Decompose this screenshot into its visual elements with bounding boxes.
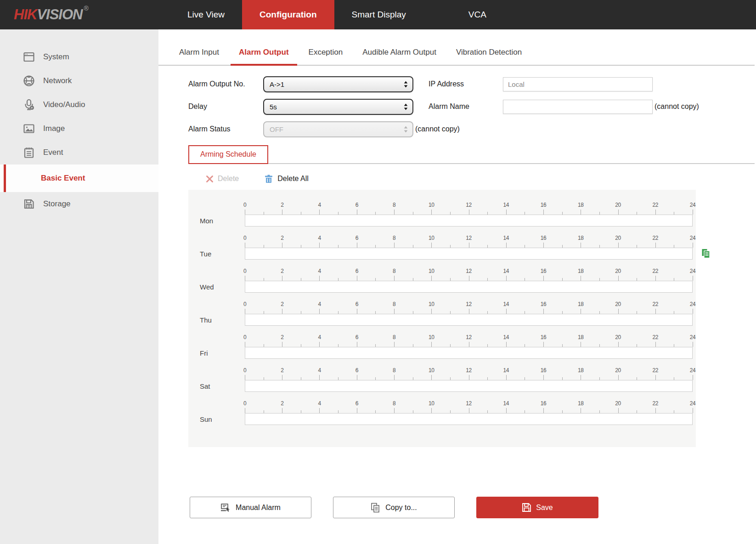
hour-tick [431, 342, 432, 347]
hour-tick [319, 375, 320, 380]
tab-alarm-output[interactable]: Alarm Output [231, 41, 297, 65]
ip-address-input[interactable] [503, 77, 653, 91]
tab-vibration-detection[interactable]: Vibration Detection [448, 41, 530, 65]
hour-tick [450, 212, 451, 215]
schedule-row-thu: Thu 024681012141618202224 [188, 300, 696, 326]
sidebar-item-event[interactable]: Event [0, 141, 158, 164]
hour-labels: 024681012141618202224 [245, 301, 693, 308]
hour-label: 24 [690, 235, 695, 241]
hour-tick [637, 212, 637, 215]
hour-tick [450, 410, 451, 413]
hour-tick [338, 344, 339, 347]
alarm-name-input[interactable] [503, 100, 653, 114]
sidebar-item-label: Storage [43, 199, 71, 209]
schedule-bar[interactable] [245, 380, 693, 392]
hour-tick [543, 309, 544, 314]
hour-label: 16 [541, 268, 546, 274]
tab-alarm-input[interactable]: Alarm Input [171, 41, 227, 65]
schedule-bar[interactable] [245, 248, 693, 260]
hour-label: 14 [503, 202, 509, 208]
hour-tick [264, 410, 264, 413]
schedule-bar[interactable] [245, 215, 693, 227]
delete-all-button[interactable]: Delete All [264, 174, 309, 183]
save-button[interactable]: Save [476, 497, 598, 518]
arming-schedule-grid: Mon 024681012141618202224 Tue 0246810121… [188, 190, 696, 447]
schedule-timeline: 024681012141618202224 [245, 235, 693, 260]
hour-tick [525, 410, 525, 413]
delete-all-label: Delete All [277, 175, 309, 183]
hour-label: 0 [243, 235, 246, 241]
schedule-bar[interactable] [245, 281, 693, 293]
hour-tick [655, 408, 656, 413]
hour-tick [394, 276, 395, 281]
delay-select[interactable]: 5s [263, 99, 413, 115]
hour-tick [562, 311, 563, 314]
schedule-row-fri: Fri 024681012141618202224 [188, 334, 696, 359]
sidebar-item-storage[interactable]: Storage [0, 192, 158, 216]
hour-tick [543, 375, 544, 380]
hour-tick [618, 342, 619, 347]
schedule-bar[interactable] [245, 413, 693, 425]
hour-labels: 024681012141618202224 [245, 334, 693, 341]
hour-tick [338, 245, 339, 248]
sidebar-item-basic-event[interactable]: Basic Event [0, 164, 158, 192]
nav-smart-display[interactable]: Smart Display [334, 0, 423, 29]
save-label: Save [536, 504, 553, 512]
copy-to-button[interactable]: Copy to... [333, 497, 455, 518]
manual-alarm-button[interactable]: Manual Alarm [190, 497, 311, 518]
hour-ticks [245, 341, 693, 347]
hour-tick [319, 342, 320, 347]
nav-live-view[interactable]: Live View [170, 0, 242, 29]
hour-label: 16 [541, 367, 546, 374]
hour-tick [301, 212, 301, 215]
tab-audible-alarm-output[interactable]: Audible Alarm Output [354, 41, 445, 65]
hour-tick [264, 377, 264, 380]
nav-vca[interactable]: VCA [451, 0, 504, 29]
hour-tick [338, 311, 339, 314]
hour-tick [301, 311, 301, 314]
hour-tick [581, 309, 581, 314]
hour-tick [637, 311, 637, 314]
nav-configuration[interactable]: Configuration [242, 0, 334, 29]
sidebar-item-video-audio[interactable]: Video/Audio [0, 93, 158, 117]
sidebar-item-label: Network [43, 76, 72, 85]
alarm-name-note: (cannot copy) [654, 102, 699, 111]
copy-to-days-icon[interactable] [700, 248, 711, 259]
hour-label: 4 [318, 235, 321, 241]
hour-label: 18 [578, 301, 583, 307]
hour-label: 12 [466, 400, 471, 407]
hour-tick [375, 245, 376, 248]
alarm-output-no-select[interactable]: A->1 [263, 76, 413, 92]
hour-tick [394, 375, 395, 380]
hour-label: 4 [318, 301, 321, 307]
hour-label: 14 [503, 235, 509, 241]
hour-label: 2 [281, 367, 283, 374]
day-label: Thu [188, 314, 245, 326]
schedule-bar[interactable] [245, 347, 693, 359]
hour-tick [450, 278, 451, 281]
hour-label: 18 [578, 235, 583, 241]
hour-tick [394, 342, 395, 347]
hour-tick [525, 377, 525, 380]
hour-tick [487, 212, 488, 215]
hour-label: 10 [429, 400, 434, 407]
schedule-timeline: 024681012141618202224 [245, 268, 693, 293]
hour-tick [581, 210, 581, 215]
hour-tick [562, 377, 563, 380]
hour-tick [394, 309, 395, 314]
arming-schedule-tab[interactable]: Arming Schedule [188, 145, 268, 164]
hour-tick [637, 377, 637, 380]
hour-label: 4 [318, 367, 321, 374]
hour-tick [357, 309, 357, 314]
sidebar-item-network[interactable]: Network [0, 69, 158, 93]
hour-tick [245, 210, 245, 215]
tab-exception[interactable]: Exception [300, 41, 351, 65]
hour-tick [543, 243, 544, 248]
schedule-timeline: 024681012141618202224 [245, 301, 693, 326]
hour-label: 16 [541, 301, 546, 307]
hour-tick [599, 377, 600, 380]
sidebar-item-image[interactable]: Image [0, 117, 158, 141]
schedule-row-sun: Sun 024681012141618202224 [188, 400, 696, 425]
sidebar-item-system[interactable]: System [0, 45, 158, 69]
schedule-bar[interactable] [245, 314, 693, 326]
